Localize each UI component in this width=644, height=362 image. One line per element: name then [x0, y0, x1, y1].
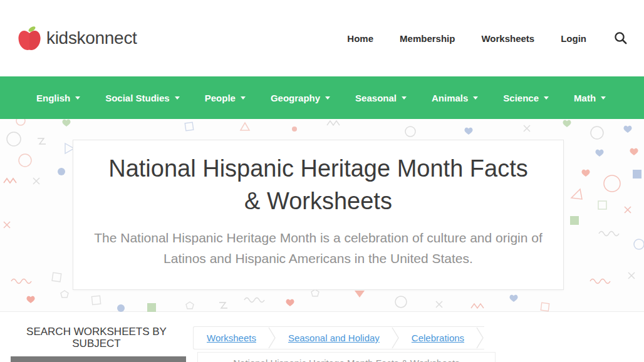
site-header: kidskonnect Home Membership Worksheets L… [0, 0, 644, 76]
cat-seasonal[interactable]: Seasonal [355, 93, 407, 103]
subject-search-column: SEARCH WORKSHEETS BY SUBJECT [0, 312, 193, 362]
cat-english[interactable]: English [36, 93, 80, 103]
breadcrumb-separator-icon [268, 327, 276, 349]
chevron-down-icon [402, 96, 407, 100]
breadcrumb-column: Worksheets Seasonal and Holiday Celebrat… [193, 312, 496, 362]
current-page-box: National Hispanic Heritage Month Facts &… [197, 352, 496, 362]
cat-science[interactable]: Science [503, 93, 549, 103]
brand-name: kidskonnect [46, 28, 137, 48]
chevron-down-icon [241, 96, 246, 100]
cat-geography[interactable]: Geography [271, 93, 330, 103]
brand-logo[interactable]: kidskonnect [18, 25, 137, 51]
subject-list-header-bar[interactable] [11, 356, 186, 362]
lower-section: SEARCH WORKSHEETS BY SUBJECT Worksheets … [0, 312, 644, 362]
page-subtitle: The National Hispanic Heritage Month is … [91, 227, 545, 269]
chevron-down-icon [601, 96, 606, 100]
chevron-down-icon [325, 96, 330, 100]
breadcrumb-worksheets[interactable]: Worksheets [207, 333, 256, 343]
breadcrumb: Worksheets Seasonal and Holiday Celebrat… [193, 326, 484, 349]
chevron-down-icon [544, 96, 549, 100]
current-page-title: National Hispanic Heritage Month Facts &… [233, 358, 460, 362]
search-icon[interactable] [614, 31, 628, 45]
breadcrumb-seasonal-and-holiday[interactable]: Seasonal and Holiday [288, 333, 380, 343]
cat-math[interactable]: Math [574, 93, 606, 103]
cat-social-studies[interactable]: Social Studies [105, 93, 180, 103]
top-nav: Home Membership Worksheets Login [347, 31, 628, 45]
page-title: National Hispanic Heritage Month Facts &… [73, 152, 563, 217]
breadcrumb-separator-icon [392, 327, 400, 349]
hero-card: National Hispanic Heritage Month Facts &… [73, 140, 564, 290]
hero-section: National Hispanic Heritage Month Facts &… [0, 119, 644, 312]
nav-membership[interactable]: Membership [400, 33, 455, 44]
breadcrumb-end-chevron-icon [476, 327, 484, 349]
chevron-down-icon [473, 96, 478, 100]
nav-worksheets[interactable]: Worksheets [481, 33, 534, 44]
chevron-down-icon [175, 96, 180, 100]
chevron-down-icon [75, 96, 80, 100]
cat-people[interactable]: People [205, 93, 246, 103]
subject-search-heading: SEARCH WORKSHEETS BY SUBJECT [24, 326, 169, 349]
category-nav: English Social Studies People Geography … [0, 76, 644, 119]
nav-login[interactable]: Login [561, 33, 586, 44]
nav-home[interactable]: Home [347, 33, 373, 44]
cat-animals[interactable]: Animals [432, 93, 478, 103]
breadcrumb-celebrations[interactable]: Celebrations [412, 333, 464, 343]
apple-logo-icon [18, 25, 41, 51]
